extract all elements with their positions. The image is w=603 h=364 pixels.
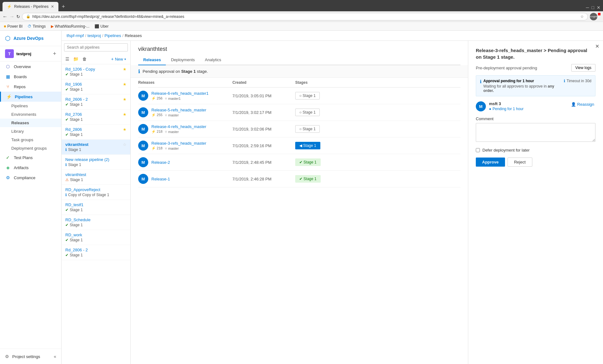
list-item[interactable]: New release pipeline (2) ℹ Stage 1 bbox=[62, 155, 130, 170]
refresh-btn[interactable]: ↻ bbox=[16, 14, 20, 19]
app-container: ⬡ Azure DevOps T testproj + ⬡ Overview ▦… bbox=[0, 31, 603, 364]
sidebar-item-boards[interactable]: ▦ Boards bbox=[0, 72, 61, 82]
list-item[interactable]: RD_work ✔ Stage 1 bbox=[62, 230, 130, 245]
release-link[interactable]: Release-5-refs_heads_master bbox=[151, 108, 206, 112]
star-filled-icon[interactable]: ★ bbox=[123, 112, 127, 117]
bookmark-whatwasrunning[interactable]: ▶ WhatWasRunning-... bbox=[51, 24, 90, 29]
approver-status-text: Pending for 1 hour bbox=[492, 107, 524, 111]
sidebar-sub-pipelines[interactable]: Pipelines bbox=[0, 102, 61, 110]
star-filled-icon[interactable]: ★ bbox=[123, 82, 127, 87]
release-link[interactable]: Release-3-refs_heads_master bbox=[151, 141, 206, 146]
approver-name: msft 3 bbox=[489, 101, 567, 106]
back-btn[interactable]: ← bbox=[3, 14, 8, 19]
new-pipeline-btn[interactable]: + New ▾ bbox=[109, 55, 128, 63]
list-item[interactable]: Rd_2806 ★ ✔ Stage 1 bbox=[62, 125, 130, 140]
bookmark-powerbi[interactable]: ■ Power BI bbox=[4, 24, 23, 29]
sidebar-item-pipelines[interactable]: ⚡ Pipelines bbox=[0, 92, 61, 102]
list-item[interactable]: vikranthtest ⚠ Stage 1 bbox=[62, 170, 130, 185]
star-filled-icon[interactable]: ★ bbox=[123, 127, 127, 132]
sidebar-item-repos[interactable]: ⑂ Repos bbox=[0, 82, 61, 92]
list-item[interactable]: vikranthtest ☆ ℹ Stage 1 bbox=[62, 140, 130, 155]
list-item[interactable]: Rd_2606 - 2 ★ ✔ Stage 1 bbox=[62, 94, 130, 110]
sidebar: ⬡ Azure DevOps T testproj + ⬡ Overview ▦… bbox=[0, 31, 62, 364]
star-filled-icon[interactable]: ★ bbox=[123, 97, 127, 102]
stage-success-icon: ✔ bbox=[65, 87, 68, 92]
release-link[interactable]: Release-1 bbox=[151, 177, 170, 181]
approve-btn[interactable]: Approve bbox=[476, 158, 505, 167]
close-btn[interactable]: ✕ bbox=[597, 5, 600, 10]
breadcrumb-project[interactable]: testproj bbox=[88, 33, 101, 38]
bookmark-icon[interactable]: ☆ bbox=[580, 14, 584, 19]
profile-avatar[interactable]: Incognito bbox=[590, 13, 597, 20]
sidebar-item-artifacts[interactable]: ◈ Artifacts bbox=[0, 163, 61, 173]
sidebar-sub-releases[interactable]: Releases bbox=[0, 119, 61, 127]
info-circle-icon: ℹ bbox=[480, 79, 481, 84]
browser-chrome: ⚡ Releases - Pipelines ✕ + ─ □ ✕ bbox=[0, 0, 603, 11]
forward-btn[interactable]: → bbox=[9, 14, 14, 19]
sidebar-item-overview[interactable]: ⬡ Overview bbox=[0, 62, 61, 72]
breadcrumb-pipelines[interactable]: Pipelines bbox=[105, 33, 121, 38]
list-item[interactable]: RD_testf1 ✔ Stage 1 bbox=[62, 200, 130, 215]
stage-outline-btn[interactable]: ○ Stage 1 bbox=[295, 125, 320, 133]
list-item[interactable]: Rd_1906 ★ ✔ Stage 1 bbox=[62, 79, 130, 94]
panel-subtitle: Pre-deployment approval pending bbox=[476, 66, 537, 70]
tab-deployments[interactable]: Deployments bbox=[166, 55, 200, 65]
bookmark-uber[interactable]: ⬛ Uber bbox=[95, 24, 109, 29]
delete-btn[interactable]: 🗑 bbox=[81, 55, 88, 63]
window-controls: ─ □ ✕ bbox=[586, 5, 600, 11]
sidebar-item-testplans[interactable]: ✓ Test Plans bbox=[0, 153, 61, 163]
minimize-btn[interactable]: ─ bbox=[586, 5, 589, 10]
project-settings-item[interactable]: ⚙ Project settings « bbox=[0, 351, 61, 361]
azure-devops-logo: ⬡ bbox=[5, 35, 10, 42]
new-tab-btn[interactable]: + bbox=[59, 3, 68, 11]
defer-checkbox[interactable] bbox=[476, 148, 480, 152]
view-logs-btn[interactable]: View logs bbox=[571, 64, 595, 72]
azure-devops-title[interactable]: Azure DevOps bbox=[14, 36, 44, 41]
stage-success-btn[interactable]: ✔ Stage 1 bbox=[295, 175, 321, 183]
org-name[interactable]: testproj bbox=[16, 51, 50, 56]
list-item[interactable]: Rd_2806 - 2 ✔ Stage 1 bbox=[62, 245, 130, 260]
stage-success-btn[interactable]: ✔ Stage 1 bbox=[295, 158, 321, 166]
stage-outline-btn[interactable]: ○ Stage 1 bbox=[295, 109, 320, 116]
folder-view-btn[interactable]: 📁 bbox=[72, 55, 80, 63]
approver-info: msft 3 ● Pending for 1 hour bbox=[489, 101, 567, 111]
tab-analytics[interactable]: Analytics bbox=[200, 55, 226, 65]
list-item[interactable]: RD_Schedule ✔ Stage 1 bbox=[62, 215, 130, 230]
address-bar[interactable]: 🔒 https://dev.azure.com/tfspf-rmpf/testp… bbox=[22, 13, 588, 20]
release-link[interactable]: Release-6-refs_heads_master1 bbox=[151, 91, 209, 96]
release-link[interactable]: Release-4-refs_heads_master bbox=[151, 124, 206, 129]
sidebar-sub-library[interactable]: Library bbox=[0, 127, 61, 136]
sidebar-item-compliance[interactable]: ⚙ Compliance bbox=[0, 173, 61, 183]
active-tab[interactable]: ⚡ Releases - Pipelines ✕ bbox=[3, 2, 58, 11]
sidebar-sub-taskgroups[interactable]: Task groups bbox=[0, 136, 61, 144]
list-item[interactable]: Rd_2706 ★ ✔ Stage 1 bbox=[62, 110, 130, 125]
list-item[interactable]: RD_ApproveReject ℹ Copy of Copy of Stage… bbox=[62, 185, 130, 200]
add-project-btn[interactable]: + bbox=[53, 51, 56, 57]
tab-releases[interactable]: Releases bbox=[138, 55, 166, 65]
breadcrumb-org[interactable]: tfspf-rmpf bbox=[67, 33, 84, 38]
star-empty-icon[interactable]: ☆ bbox=[123, 142, 127, 147]
sidebar-sub-deploymentgroups[interactable]: Deployment groups bbox=[0, 144, 61, 153]
col-header-created: Created bbox=[232, 80, 295, 85]
pipeline-name: Rd_2806 - 2 bbox=[65, 248, 88, 252]
sidebar-sub-environments[interactable]: Environments bbox=[0, 110, 61, 119]
red-dot bbox=[598, 13, 600, 15]
pipeline-search-input[interactable] bbox=[64, 43, 128, 51]
stage-pending-btn[interactable]: ◀ Stage 1 bbox=[295, 142, 320, 149]
reject-btn[interactable]: Reject bbox=[508, 158, 532, 167]
reassign-btn[interactable]: 👤 Reassign bbox=[570, 101, 595, 107]
release-link[interactable]: Release-2 bbox=[151, 160, 170, 165]
tab-close-icon[interactable]: ✕ bbox=[51, 4, 54, 9]
list-view-btn[interactable]: ☰ bbox=[64, 55, 71, 63]
stage-outline-btn[interactable]: ○ Stage 1 bbox=[295, 92, 320, 99]
collapse-icon[interactable]: « bbox=[54, 354, 56, 359]
star-filled-icon[interactable]: ★ bbox=[123, 67, 127, 72]
panel-close-btn[interactable]: ✕ bbox=[595, 43, 599, 49]
comment-textarea[interactable] bbox=[476, 123, 595, 142]
sidebar-item-label: Overview bbox=[14, 64, 31, 69]
maximize-btn[interactable]: □ bbox=[592, 5, 594, 10]
bookmark-timings[interactable]: ⏱ Timings bbox=[28, 24, 46, 29]
defer-label[interactable]: Defer deployment for later bbox=[482, 148, 530, 153]
list-item[interactable]: Rd_1206 - Copy ★ ✔ Stage 1 bbox=[62, 64, 130, 79]
pipeline-name: RD_testf1 bbox=[65, 202, 84, 207]
